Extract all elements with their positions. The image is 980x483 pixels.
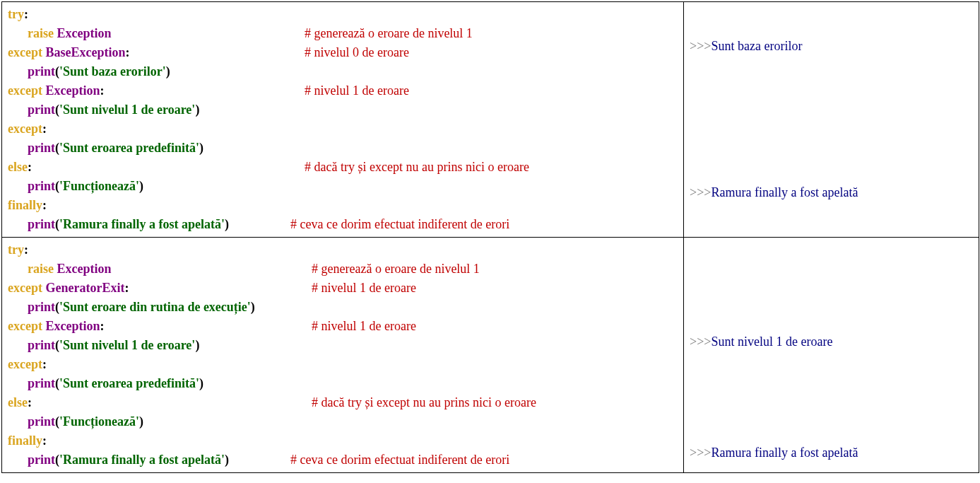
output-line: >>>Ramura finally a fost apelată <box>690 443 973 462</box>
close-paren: ) <box>199 376 203 390</box>
output-spacer <box>690 351 973 443</box>
code-line: print('Sunt nivelul 1 de eroare') <box>8 100 678 120</box>
function-print: print <box>28 64 55 78</box>
code-line: raise Exception # generează o eroare de … <box>8 24 678 43</box>
output-text: Ramura finally a fost apelată <box>711 185 858 199</box>
colon: : <box>28 160 32 174</box>
close-paren: ) <box>225 453 229 467</box>
code-line: except Exception: # nivelul 1 de eroare <box>8 317 678 336</box>
close-paren: ) <box>251 300 255 314</box>
keyword-raise: raise <box>28 262 54 276</box>
string-literal: 'Funcționează' <box>59 179 139 193</box>
output-spacer <box>690 56 973 183</box>
code-line: except GeneratorExit: # nivelul 1 de ero… <box>8 279 678 298</box>
output-line: >>>Sunt nivelul 1 de eroare <box>690 332 973 351</box>
string-literal: 'Sunt nivelul 1 de eroare' <box>59 103 195 117</box>
code-line: print('Funcționează') <box>8 177 678 196</box>
code-line: except: <box>8 120 678 139</box>
keyword-finally: finally <box>8 198 42 212</box>
keyword-except: except <box>8 319 42 333</box>
colon: : <box>24 243 28 257</box>
code-line: print('Sunt eroare din rutina de execuți… <box>8 298 678 317</box>
function-print: print <box>28 414 55 429</box>
keyword-try: try <box>8 7 24 21</box>
string-literal: 'Sunt eroarea predefinită' <box>59 141 199 155</box>
exception-name: Exception <box>57 262 111 276</box>
comment: # ceva ce dorim efectuat indiferent de e… <box>290 450 509 470</box>
close-paren: ) <box>195 338 199 352</box>
keyword-except: except <box>8 357 42 371</box>
function-print: print <box>28 141 55 155</box>
comment: # nivelul 0 de eroare <box>305 43 409 62</box>
output-spacer <box>690 248 973 332</box>
keyword-except: except <box>8 45 42 59</box>
string-literal: 'Ramura finally a fost apelată' <box>59 217 225 231</box>
code-line: print('Sunt eroarea predefinită') <box>8 139 678 158</box>
exception-name: Exception <box>45 83 100 98</box>
string-literal: 'Sunt eroare din rutina de execuție' <box>59 300 251 314</box>
code-line: else: # dacă try și except nu au prins n… <box>8 393 678 412</box>
output-block-2: >>>Sunt nivelul 1 de eroare >>>Ramura fi… <box>690 248 973 462</box>
comment: # nivelul 1 de eroare <box>312 317 416 336</box>
keyword-except: except <box>8 281 42 295</box>
code-cell-1: try: raise Exception # generează o eroar… <box>2 2 684 238</box>
exception-name: Exception <box>57 26 111 40</box>
exception-name: GeneratorExit <box>45 281 124 295</box>
output-cell-1: >>>Sunt baza erorilor >>>Ramura finally … <box>684 2 979 238</box>
close-paren: ) <box>225 217 229 231</box>
comment: # ceva ce dorim efectuat indiferent de e… <box>290 215 509 234</box>
output-line: >>>Sunt baza erorilor <box>690 37 973 56</box>
code-line: print('Sunt nivelul 1 de eroare') <box>8 336 678 355</box>
code-line: except Exception: # nivelul 1 de eroare <box>8 81 678 100</box>
example-row-2: try: raise Exception # generează o eroar… <box>2 238 979 473</box>
keyword-except: except <box>8 122 42 136</box>
code-line: finally: <box>8 196 678 215</box>
string-literal: 'Funcționează' <box>59 414 139 429</box>
close-paren: ) <box>195 103 199 117</box>
string-literal: 'Sunt nivelul 1 de eroare' <box>59 338 195 352</box>
close-paren: ) <box>139 414 143 429</box>
function-print: print <box>28 338 55 352</box>
output-cell-2: >>>Sunt nivelul 1 de eroare >>>Ramura fi… <box>684 238 979 473</box>
code-cell-2: try: raise Exception # generează o eroar… <box>2 238 684 473</box>
code-line: try: <box>8 5 678 24</box>
colon: : <box>126 45 130 59</box>
string-literal: 'Sunt baza erorilor' <box>59 64 166 78</box>
keyword-raise: raise <box>28 26 54 40</box>
code-line: print('Ramura finally a fost apelată') #… <box>8 215 678 234</box>
prompt-icon: >>> <box>690 334 711 349</box>
comment: # dacă try și except nu au prins nici o … <box>312 393 536 412</box>
function-print: print <box>28 300 55 314</box>
function-print: print <box>28 179 55 193</box>
code-line: print('Sunt baza erorilor') <box>8 62 678 81</box>
comment: # nivelul 1 de eroare <box>312 279 416 298</box>
code-line: print('Ramura finally a fost apelată') #… <box>8 450 678 470</box>
comment: # generează o eroare de nivelul 1 <box>305 24 473 43</box>
prompt-icon: >>> <box>690 446 711 460</box>
code-block-2: try: raise Exception # generează o eroar… <box>8 240 678 470</box>
keyword-finally: finally <box>8 433 42 448</box>
colon: : <box>42 357 47 371</box>
prompt-icon: >>> <box>690 39 711 53</box>
comment: # generează o eroare de nivelul 1 <box>312 260 480 279</box>
function-print: print <box>28 217 55 231</box>
function-print: print <box>28 453 55 467</box>
code-line: try: <box>8 240 678 260</box>
colon: : <box>42 433 47 448</box>
string-literal: 'Ramura finally a fost apelată' <box>59 453 225 467</box>
keyword-else: else <box>8 160 28 174</box>
code-line: else: # dacă try și except nu au prins n… <box>8 158 678 177</box>
colon: : <box>124 281 129 295</box>
output-text: Sunt nivelul 1 de eroare <box>711 334 832 349</box>
code-block-1: try: raise Exception # generează o eroar… <box>8 5 678 234</box>
close-paren: ) <box>199 141 203 155</box>
close-paren: ) <box>166 64 170 78</box>
keyword-else: else <box>8 395 28 409</box>
code-line: except: <box>8 355 678 374</box>
exception-name: BaseException <box>45 45 125 59</box>
code-line: finally: <box>8 431 678 450</box>
function-print: print <box>28 103 55 117</box>
output-line: >>>Ramura finally a fost apelată <box>690 183 973 202</box>
close-paren: ) <box>139 179 143 193</box>
code-line: print('Funcționează') <box>8 412 678 431</box>
